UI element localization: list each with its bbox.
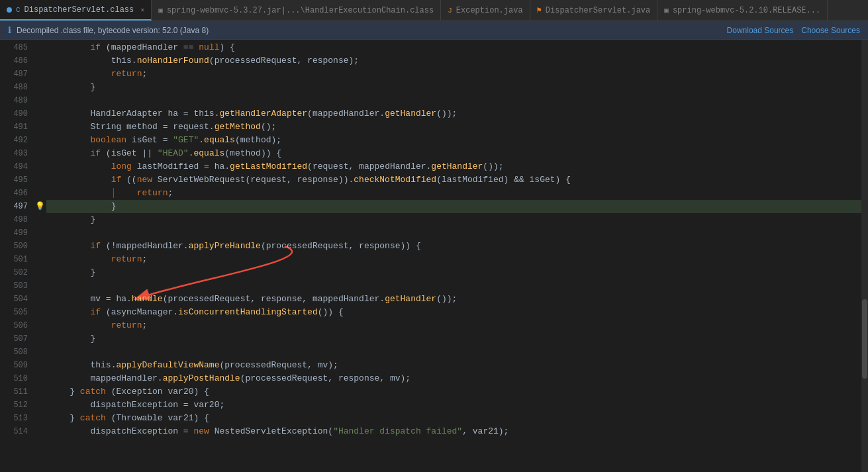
line-number: 490 [0, 107, 28, 120]
code-content: if (mappedHandler == null) { this.noHand… [46, 40, 861, 472]
code-token: dispatchException = var20; [90, 399, 224, 412]
editor-container: C DispatcherServlet.class ✕ ▣ spring-web… [0, 0, 868, 472]
tab-label: DispatcherServlet.class [24, 5, 134, 15]
code-token [116, 187, 136, 200]
scrollbar-thumb[interactable] [862, 299, 867, 379]
marker-line-item [33, 120, 46, 134]
code-token: getMethod [215, 120, 261, 134]
code-token: (( [121, 173, 136, 187]
code-token: NestedServletException [215, 425, 328, 438]
tab-label: DispatcherServlet.java [546, 6, 650, 15]
code-token: ; [142, 319, 147, 332]
code-token [49, 293, 90, 306]
code-token: ; [142, 68, 147, 81]
code-token [49, 266, 90, 279]
code-token: } [90, 332, 95, 346]
code-token: (method); [235, 134, 281, 147]
code-token [49, 147, 90, 160]
code-token: ()); [483, 160, 503, 173]
code-token: lastModified = ha. [132, 160, 230, 173]
code-token: } [90, 213, 95, 226]
code-token: } [111, 200, 117, 213]
marker-line-item [33, 54, 46, 68]
marker-line-item [33, 332, 46, 346]
code-token [49, 253, 111, 266]
code-line: mv = ha.handle(processedRequest, respons… [46, 293, 861, 306]
code-line: } catch (Exception var20) { [46, 385, 861, 399]
tab-exception-java[interactable]: J Exception.java [441, 0, 530, 21]
download-sources-link[interactable]: Download Sources [727, 26, 794, 35]
line-number: 496 [0, 187, 28, 200]
marker-line-item [33, 94, 46, 107]
code-line: return; [46, 319, 861, 332]
marker-line-item [33, 253, 46, 266]
code-token [49, 41, 90, 54]
lightbulb-icon[interactable]: 💡 [35, 200, 45, 213]
info-actions: Download Sources Choose Sources [727, 26, 860, 35]
code-token [49, 134, 90, 147]
code-token: return [111, 253, 142, 266]
code-line: this.noHandlerFound(processedRequest, re… [46, 54, 861, 68]
code-token: (! [101, 240, 116, 253]
tab-close-button[interactable]: ✕ [140, 6, 144, 14]
tab-dispatcher-servlet-class[interactable]: C DispatcherServlet.class ✕ [0, 0, 152, 21]
code-token [49, 385, 70, 399]
code-token: isGet = [126, 134, 173, 147]
java-file-icon: J [448, 7, 452, 15]
code-token: dispatchException = [90, 425, 193, 438]
code-line [46, 279, 861, 293]
marker-line-item [33, 41, 46, 54]
marker-line-item [33, 160, 46, 173]
code-token: return [111, 68, 142, 81]
tab-dispatcher-servlet-java[interactable]: ⚑ DispatcherServlet.java [530, 0, 658, 21]
code-token: isConcurrentHandlingStarted [178, 306, 318, 319]
code-token [209, 425, 215, 438]
line-number: 485 [0, 41, 28, 54]
code-line: String method = request.getMethod(); [46, 120, 861, 134]
code-token: mappedHandler. [116, 240, 188, 253]
exclamation-icon: ⚑ [537, 5, 542, 15]
code-token: catch [80, 412, 106, 425]
decompiled-message: Decompiled .class file, bytecode version… [17, 26, 209, 35]
code-token: , var21); [462, 425, 508, 438]
code-line: long lastModified = ha.getLastModified(r… [46, 160, 861, 173]
line-number: 492 [0, 134, 28, 147]
code-token [49, 399, 90, 412]
choose-sources-link[interactable]: Choose Sources [801, 26, 860, 35]
code-token: this. [111, 54, 137, 68]
code-line: } [46, 213, 861, 226]
code-token: ( [106, 385, 117, 399]
line-number: 498 [0, 213, 28, 226]
code-line: if (asyncManager.isConcurrentHandlingSta… [46, 306, 861, 319]
marker-line-item: 💡 [33, 200, 46, 213]
code-token: asyncManager. [111, 306, 178, 319]
code-line: dispatchException = new NestedServletExc… [46, 425, 861, 438]
line-number: 495 [0, 173, 28, 187]
vertical-scrollbar[interactable] [861, 40, 868, 472]
code-token: } [90, 266, 95, 279]
code-token: mappedHandler. [90, 372, 162, 385]
code-token: ServletWebRequest [158, 173, 246, 187]
code-token: ; [168, 187, 173, 200]
code-token [49, 425, 90, 438]
code-line [46, 346, 861, 359]
code-line: HandlerAdapter ha = this.getHandlerAdapt… [46, 107, 861, 120]
code-token: ( [328, 425, 333, 438]
code-token: var21) { [163, 412, 209, 425]
tab-handler-execution-chain[interactable]: ▣ spring-webmvc-5.3.27.jar|...\HandlerEx… [152, 0, 441, 21]
line-number: 505 [0, 306, 28, 319]
code-token [49, 412, 70, 425]
line-number: 506 [0, 319, 28, 332]
code-token: ( [106, 412, 117, 425]
line-number: 504 [0, 293, 28, 306]
code-token: (request, response)). [245, 173, 354, 187]
code-token: new [193, 425, 209, 438]
code-token: String [90, 120, 121, 134]
code-token: "Handler dispatch failed" [333, 425, 462, 438]
line-number: 486 [0, 54, 28, 68]
tab-spring-webmvc-release[interactable]: ▣ spring-webmvc-5.2.10.RELEASE... [657, 0, 828, 21]
code-token: } [90, 81, 95, 94]
marker-line-item [33, 372, 46, 385]
code-editor-area: 4854864874884894904914924934944954964974… [0, 40, 868, 472]
code-token: (processedRequest, response, mv); [240, 372, 410, 385]
